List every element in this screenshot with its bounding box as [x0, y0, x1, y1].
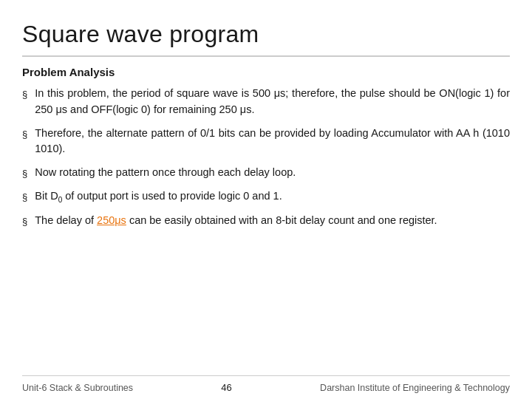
footer-left: Unit-6 Stack & Subroutines: [22, 383, 133, 393]
bullet-list: § In this problem, the period of square …: [22, 86, 510, 228]
highlight-250us: 250μs: [97, 214, 126, 226]
bullet-text-5: The delay of 250μs can be easily obtaine…: [35, 213, 510, 229]
bullet-icon: §: [22, 190, 27, 205]
list-item: § The delay of 250μs can be easily obtai…: [22, 213, 510, 229]
list-item: § In this problem, the period of square …: [22, 86, 510, 118]
slide-container: Square wave program Problem Analysis § I…: [0, 0, 532, 399]
footer: Unit-6 Stack & Subroutines 46 Darshan In…: [22, 375, 510, 399]
slide-title: Square wave program: [22, 21, 510, 48]
list-item: § Therefore, the alternate pattern of 0/…: [22, 126, 510, 158]
bullet-text-3: Now rotating the pattern once through ea…: [35, 165, 510, 181]
title-section: Square wave program: [22, 21, 510, 57]
list-item: § Now rotating the pattern once through …: [22, 165, 510, 181]
bullet-icon: §: [22, 127, 27, 142]
bullet-text-1: In this problem, the period of square wa…: [35, 86, 510, 118]
bullet-text-4: Bit D0 of output port is used to provide…: [35, 188, 510, 205]
footer-right: Darshan Institute of Engineering & Techn…: [320, 383, 510, 393]
bullet-icon: §: [22, 166, 27, 181]
list-item: § Bit D0 of output port is used to provi…: [22, 188, 510, 205]
bullet-icon: §: [22, 87, 27, 102]
bullet-icon: §: [22, 214, 27, 229]
bullet-text-2: Therefore, the alternate pattern of 0/1 …: [35, 126, 510, 158]
footer-page-number: 46: [221, 382, 231, 393]
section-heading: Problem Analysis: [22, 66, 510, 78]
content-area: Problem Analysis § In this problem, the …: [22, 66, 510, 375]
